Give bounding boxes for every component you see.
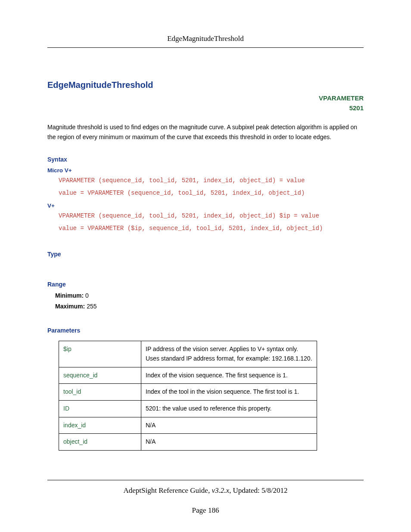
param-desc: Index of the vision sequence. The first … <box>141 367 317 384</box>
param-desc: IP address of the vision server. Applies… <box>141 341 317 367</box>
range-max-label: Maximum: <box>55 303 85 310</box>
param-name: ID <box>59 400 141 417</box>
table-row: ID 5201: the value used to reference thi… <box>59 400 317 417</box>
code-vplus-2: value = VPARAMETER ($ip, sequence_id, to… <box>59 223 364 234</box>
section-parameters: Parameters <box>47 327 364 334</box>
range-max: Maximum: 255 <box>55 301 364 312</box>
param-desc: Index of the tool in the vision sequence… <box>141 384 317 401</box>
section-syntax: Syntax <box>47 156 364 163</box>
section-type: Type <box>47 251 364 258</box>
param-name: object_id <box>59 434 141 451</box>
vparameter-block: VPARAMETER 5201 <box>47 93 364 113</box>
page-title: EdgeMagnitudeThreshold <box>47 80 364 90</box>
range-max-value: 255 <box>87 303 97 310</box>
table-row: index_id N/A <box>59 417 317 434</box>
parameters-table: $ip IP address of the vision server. App… <box>59 341 317 451</box>
sub-label-vplus: V+ <box>47 202 364 209</box>
sub-label-micro-v: Micro V+ <box>47 167 364 174</box>
table-row: tool_id Index of the tool in the vision … <box>59 384 317 401</box>
param-desc: 5201: the value used to reference this p… <box>141 400 317 417</box>
param-desc: N/A <box>141 434 317 451</box>
parameters-tbody: $ip IP address of the vision server. App… <box>59 341 317 451</box>
param-name: index_id <box>59 417 141 434</box>
footer-version: , v3.2.x <box>208 486 229 495</box>
param-desc: N/A <box>141 417 317 434</box>
footer-rule <box>47 480 364 480</box>
vparameter-number: 5201 <box>47 103 364 113</box>
footer-page: Page 186 <box>47 506 364 515</box>
param-name: $ip <box>59 341 141 367</box>
range-min: Minimum: 0 <box>55 290 364 301</box>
code-micro-2: value = VPARAMETER (sequence_id, tool_id… <box>59 188 364 199</box>
description-text: Magnitude threshold is used to find edge… <box>47 122 364 142</box>
footer-updated: , Updated: 5/8/2012 <box>229 486 288 495</box>
footer-line-1: AdeptSight Reference Guide, v3.2.x, Upda… <box>47 486 364 495</box>
range-min-value: 0 <box>85 292 89 299</box>
param-name: tool_id <box>59 384 141 401</box>
table-row: $ip IP address of the vision server. App… <box>59 341 317 367</box>
section-range: Range <box>47 281 364 288</box>
footer: AdeptSight Reference Guide, v3.2.x, Upda… <box>47 480 364 515</box>
vparameter-label: VPARAMETER <box>47 93 364 103</box>
table-row: object_id N/A <box>59 434 317 451</box>
code-vplus-1: VPARAMETER (sequence_id, tool_id, 5201, … <box>59 211 364 221</box>
table-row: sequence_id Index of the vision sequence… <box>59 367 317 384</box>
footer-guide: AdeptSight Reference Guide <box>124 486 208 495</box>
page: EdgeMagnitudeThreshold EdgeMagnitudeThre… <box>0 0 411 532</box>
range-min-label: Minimum: <box>55 292 84 299</box>
code-micro-1: VPARAMETER (sequence_id, tool_id, 5201, … <box>59 175 364 186</box>
running-head: EdgeMagnitudeThreshold <box>47 34 364 48</box>
param-name: sequence_id <box>59 367 141 384</box>
